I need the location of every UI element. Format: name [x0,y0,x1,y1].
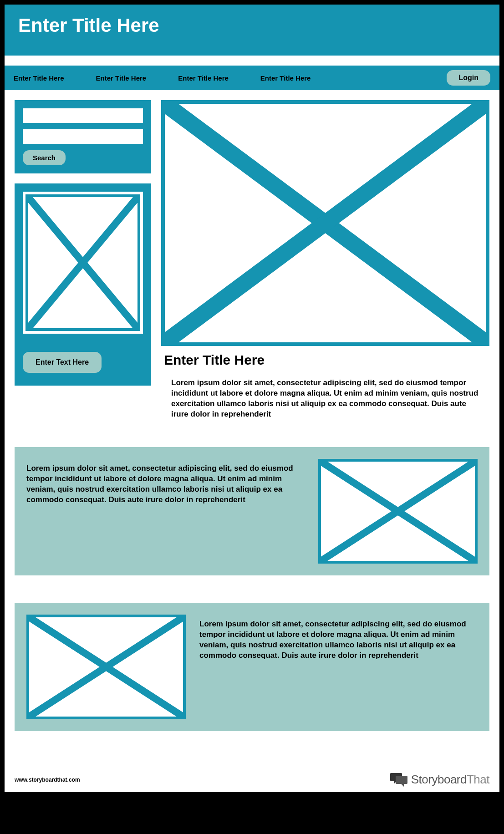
login-button[interactable]: Login [447,70,490,86]
main-body-text: Lorem ipsum dolor sit amet, consectetur … [161,378,489,420]
sidebar-card: Enter Text Here [15,183,151,386]
search-input-1[interactable] [23,108,143,123]
enter-text-button[interactable]: Enter Text Here [23,352,102,373]
right-column: Enter Title Here Lorem ipsum dolor sit a… [161,100,489,420]
search-button[interactable]: Search [23,150,66,165]
speech-bubble-icon [390,772,408,788]
image-placeholder-icon [25,194,140,331]
header-bar: Enter Title Here [5,5,499,56]
search-panel: Search [15,100,151,173]
nav-item-1[interactable]: Enter Title Here [14,74,64,82]
nav-item-2[interactable]: Enter Title Here [96,74,147,82]
content-band-2: Lorem ipsum dolor sit amet, consectetur … [15,603,489,731]
search-input-2[interactable] [23,129,143,144]
brand-logo: StoryboardThat [390,772,489,788]
hero-image-placeholder-icon [161,100,489,346]
content-row: Search Enter Text Here [5,90,499,420]
nav-item-4[interactable]: Enter Title Here [260,74,311,82]
band-1-image-placeholder-icon [318,459,478,564]
content-band-1: Lorem ipsum dolor sit amet, consectetur … [15,447,489,575]
sidebar-image-wrap [23,192,143,334]
footer: www.storyboardthat.com StoryboardThat [5,758,499,792]
band-2-image-placeholder-icon [26,615,186,719]
section-title: Enter Title Here [164,352,489,368]
page-title: Enter Title Here [18,15,486,36]
page-wireframe: Enter Title Here Enter Title Here Enter … [5,5,499,792]
footer-url: www.storyboardthat.com [15,777,80,783]
band-1-text: Lorem ipsum dolor sit amet, consectetur … [26,459,305,505]
band-2-text: Lorem ipsum dolor sit amet, consectetur … [199,615,478,661]
brand-text: StoryboardThat [411,773,489,787]
navbar: Enter Title Here Enter Title Here Enter … [5,66,499,90]
nav-item-3[interactable]: Enter Title Here [178,74,229,82]
left-column: Search Enter Text Here [15,100,151,420]
